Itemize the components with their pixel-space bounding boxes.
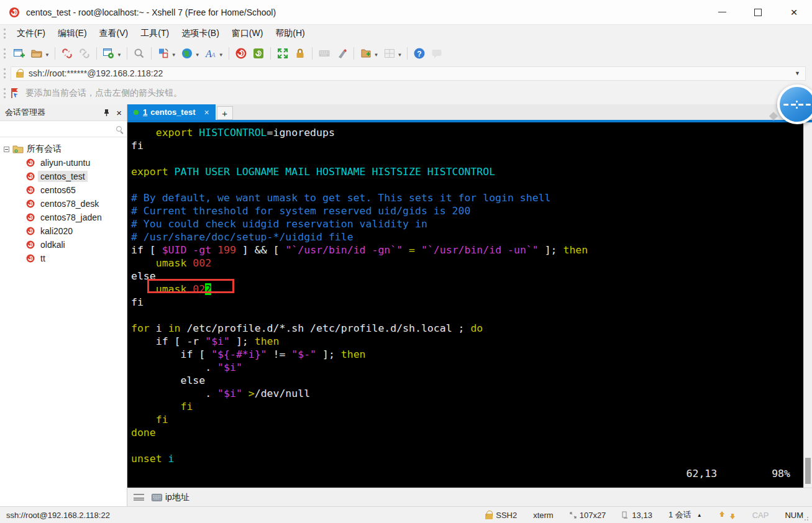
session-item[interactable]: centos_test <box>4 170 127 183</box>
dot-cross-icon <box>795 101 798 109</box>
lock-icon <box>16 72 24 78</box>
folder-icon <box>12 145 24 153</box>
menu-item[interactable]: 编辑(E) <box>52 26 93 41</box>
status-bar: ssh://root@192.168.2.118:22 SSH2 xterm 1… <box>0 506 812 523</box>
session-properties-dropdown[interactable]: ▼ <box>117 52 122 58</box>
address-field[interactable]: ssh://root:******@192.168.2.118:22 ▼ <box>11 66 806 81</box>
connected-status-icon <box>134 110 139 115</box>
xshell-logo-icon <box>9 7 20 18</box>
panel-close-icon[interactable]: × <box>116 108 122 117</box>
toolbar-grip[interactable] <box>4 29 6 39</box>
cursor-position: 62,13 <box>687 468 718 480</box>
web-browser-dropdown[interactable]: ▼ <box>195 52 200 58</box>
feedback-icon[interactable] <box>429 45 445 61</box>
session-item[interactable]: oldkali <box>4 238 127 252</box>
toolbar-grip[interactable] <box>4 88 6 98</box>
compose-bar-icon[interactable] <box>334 45 350 61</box>
resize-grip[interactable] <box>804 515 810 521</box>
terminal-line: # /usr/share/doc/setup-*/uidgid file <box>131 230 803 243</box>
menu-item[interactable]: 窗口(W) <box>226 26 270 41</box>
terminal-line: done <box>131 426 803 439</box>
toolbar-grip[interactable] <box>4 48 6 58</box>
session-item[interactable]: aliyun-utuntu <box>4 156 127 170</box>
toolbar-grip[interactable] <box>4 68 6 78</box>
new-tab-button[interactable]: + <box>217 106 233 120</box>
open-session-dropdown[interactable]: ▼ <box>45 52 50 58</box>
session-properties-icon[interactable] <box>101 45 117 61</box>
tab-close-icon[interactable]: × <box>204 107 209 117</box>
font-icon[interactable]: AA <box>203 45 219 61</box>
menu-item[interactable]: 选项卡(B) <box>175 26 226 41</box>
terminal-line: fi <box>131 413 803 426</box>
window-title: centos_test - root@localhost:~ - Xshell … <box>26 7 276 17</box>
scroll-arrows[interactable] <box>718 511 736 519</box>
xftp-icon[interactable] <box>250 45 267 61</box>
session-icon <box>26 254 35 263</box>
session-item[interactable]: centos78_desk <box>4 197 127 211</box>
maximize-button[interactable] <box>740 0 776 24</box>
pin-icon[interactable] <box>103 109 110 117</box>
menu-item[interactable]: 查看(V) <box>93 26 135 41</box>
session-item[interactable]: kali2020 <box>4 224 127 238</box>
new-file-dropdown[interactable]: ▼ <box>374 52 379 58</box>
terminal-line: export PATH USER LOGNAME MAIL HOSTNAME H… <box>131 165 803 178</box>
tool-bar: ▼ ▼ ▼ ▼ AA▼ ▼ ▼ ? <box>0 42 812 65</box>
tile-windows-dropdown[interactable]: ▼ <box>398 52 403 58</box>
new-session-icon[interactable] <box>11 45 27 61</box>
tile-windows-icon[interactable] <box>381 45 398 61</box>
web-browser-icon[interactable] <box>179 45 195 61</box>
vim-ruler: 62,1398% <box>687 468 790 480</box>
menu-item[interactable]: 工具(T) <box>134 26 175 41</box>
ssh-lock-icon <box>485 514 493 519</box>
find-icon[interactable] <box>131 45 147 61</box>
address-text[interactable]: ssh://root:******@192.168.2.118:22 <box>29 68 163 78</box>
reconnect-icon[interactable] <box>76 45 93 61</box>
xagent-icon[interactable] <box>233 45 249 61</box>
session-item[interactable]: centos65 <box>4 183 127 197</box>
floating-session-button[interactable] <box>777 84 812 124</box>
status-terminal-type[interactable]: xterm <box>533 511 554 520</box>
terminal-line: umask 002 <box>131 257 803 270</box>
terminal-line: # By default, we want umask to get set. … <box>131 191 803 204</box>
lock-screen-icon[interactable] <box>292 45 308 61</box>
terminal-scrollbar[interactable] <box>803 122 812 488</box>
svg-text:A: A <box>211 51 216 58</box>
terminal-line: if [ "${-#*i}" != "$-" ]; then <box>131 348 803 361</box>
session-root-node[interactable]: 所有会话 <box>4 142 127 156</box>
font-dropdown[interactable]: ▼ <box>219 52 224 58</box>
status-session-count[interactable]: 1 会话▲ <box>668 509 702 521</box>
quickbar-menu-icon[interactable] <box>134 494 144 501</box>
status-size: 107x27 <box>570 511 606 520</box>
address-bar: ssh://root:******@192.168.2.118:22 ▼ <box>0 65 812 82</box>
collapse-icon[interactable] <box>4 147 9 152</box>
help-icon[interactable]: ? <box>411 45 427 61</box>
open-session-icon[interactable] <box>29 45 45 61</box>
session-name: centos_test <box>38 171 88 182</box>
session-count-dropdown-icon[interactable]: ▲ <box>697 512 702 518</box>
quick-command-button[interactable]: ip地址 <box>152 492 189 503</box>
session-item[interactable]: centos78_jaden <box>4 211 127 224</box>
screen-layout-dropdown[interactable]: ▼ <box>171 52 176 58</box>
terminal-line: else <box>131 374 803 387</box>
menu-item[interactable]: 帮助(H) <box>269 26 311 41</box>
session-item[interactable]: tt <box>4 252 127 265</box>
tab-centos-test[interactable]: 1centos_test × <box>127 104 216 120</box>
disconnect-icon[interactable] <box>59 45 75 61</box>
session-manager-panel: 会话管理器 × 所有会话 <box>0 104 127 506</box>
xshell-window: centos_test - root@localhost:~ - Xshell … <box>0 0 812 523</box>
scroll-percent: 98% <box>772 468 790 480</box>
status-connection: ssh://root@192.168.2.118:22 <box>6 511 110 520</box>
fullscreen-icon[interactable] <box>275 45 291 61</box>
terminal-screen[interactable]: export HISTCONTROL=ignoredupsfi export P… <box>127 122 803 488</box>
close-button[interactable]: × <box>776 0 812 24</box>
new-file-icon[interactable] <box>358 45 374 61</box>
minimize-button[interactable] <box>704 0 740 24</box>
session-search-box[interactable] <box>0 121 127 137</box>
address-dropdown-icon[interactable]: ▼ <box>795 70 800 76</box>
screen-layout-icon[interactable] <box>155 45 171 61</box>
session-name: tt <box>38 253 48 264</box>
virtual-keyboard-icon[interactable] <box>316 45 332 61</box>
add-session-flag-icon[interactable] <box>11 88 21 99</box>
menu-item[interactable]: 文件(F) <box>11 26 52 41</box>
scrollbar-thumb[interactable] <box>805 458 811 484</box>
